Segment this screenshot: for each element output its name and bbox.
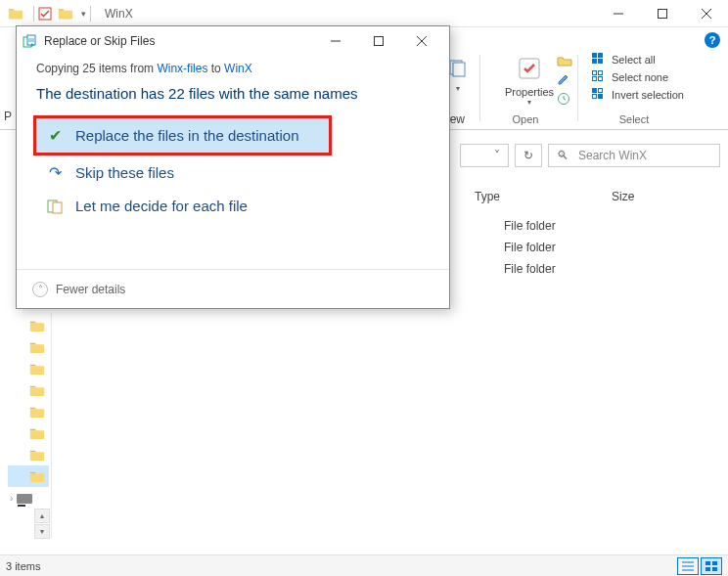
column-header-type[interactable]: Type (475, 186, 612, 207)
scroll-up-icon[interactable]: ▴ (34, 509, 50, 523)
svg-rect-24 (705, 567, 710, 571)
navigation-row: ˅ ↻ 🔍︎ Search WinX (460, 143, 720, 168)
svg-rect-29 (375, 37, 384, 46)
tree-item[interactable] (8, 379, 49, 401)
copying-mid: to (207, 62, 224, 75)
svg-rect-11 (30, 323, 44, 332)
search-placeholder: Search WinX (578, 149, 647, 162)
dialog-heading: The destination has 22 files with the sa… (36, 85, 430, 102)
copy-icon (23, 34, 36, 48)
window-controls (596, 0, 728, 27)
copying-status: Copying 25 items from Winx-files to WinX (36, 62, 430, 75)
properties-button[interactable]: Properties ▾ (501, 51, 558, 109)
svg-rect-22 (705, 561, 710, 565)
dialog-titlebar: Replace or Skip Files (17, 26, 449, 56)
select-none-button[interactable]: Select none (586, 68, 674, 86)
select-all-button[interactable]: Select all (586, 51, 661, 68)
file-row-type[interactable]: File folder (504, 258, 556, 280)
divider-icon (90, 6, 91, 22)
tree-item[interactable]: › (8, 487, 49, 509)
compare-icon (46, 199, 64, 214)
qat-dropdown-icon[interactable]: ▾ (81, 9, 86, 19)
skip-option[interactable]: ↷ Skip these files (36, 155, 430, 190)
svg-rect-33 (53, 202, 62, 213)
titlebar: ▾ WinX (0, 0, 728, 27)
dialog-title: Replace or Skip Files (44, 34, 155, 48)
help-icon[interactable]: ? (705, 32, 720, 48)
chevron-right-icon: › (10, 493, 13, 504)
ribbon-select-group: Select all Select none Invert selection … (578, 51, 698, 125)
file-list: File folder File folder File folder (504, 215, 556, 280)
invert-selection-button[interactable]: Invert selection (586, 86, 690, 104)
tree-item[interactable] (8, 422, 49, 444)
replace-option[interactable]: ✔ Replace the files in the destination (33, 115, 332, 155)
svg-rect-2 (59, 10, 72, 19)
skip-option-label: Skip these files (75, 164, 174, 181)
decide-option[interactable]: Let me decide for each file (36, 190, 430, 222)
open-group-label: Open (480, 113, 570, 125)
qat-checkbox-icon[interactable] (38, 7, 52, 21)
svg-rect-15 (30, 409, 44, 418)
details-view-icon (682, 561, 694, 571)
refresh-icon: ↻ (523, 149, 533, 162)
decide-option-label: Let me decide for each file (75, 198, 248, 214)
tree-item[interactable] (8, 336, 49, 358)
chevron-up-icon[interactable]: ˄ (32, 282, 48, 297)
invert-selection-label: Invert selection (612, 89, 684, 101)
source-link[interactable]: Winx-files (157, 62, 207, 75)
history-button[interactable] (557, 92, 572, 109)
file-row-type[interactable]: File folder (504, 237, 556, 258)
tree-item[interactable] (8, 444, 49, 465)
file-row-type[interactable]: File folder (504, 215, 556, 237)
properties-label: Properties (505, 86, 554, 98)
dialog-minimize-button[interactable] (314, 26, 357, 56)
fewer-details-link[interactable]: Fewer details (56, 283, 125, 296)
svg-rect-17 (30, 452, 44, 461)
address-dropdown[interactable]: ˅ (460, 144, 509, 167)
select-all-label: Select all (612, 54, 656, 66)
svg-rect-12 (30, 344, 44, 353)
search-box[interactable]: 🔍︎ Search WinX (548, 144, 720, 167)
icons-view-button[interactable] (701, 557, 722, 575)
dialog-footer: ˄ Fewer details (17, 269, 449, 308)
maximize-button[interactable] (640, 0, 684, 27)
select-none-label: Select none (612, 71, 668, 83)
svg-rect-23 (712, 561, 717, 565)
details-view-button[interactable] (677, 557, 699, 575)
scroll-down-icon[interactable]: ▾ (34, 524, 50, 539)
folder-icon (8, 7, 23, 21)
chevron-down-icon: ˅ (494, 149, 500, 162)
dialog-close-button[interactable] (400, 26, 443, 56)
icons-view-icon (705, 561, 717, 571)
refresh-button[interactable]: ↻ (515, 144, 542, 167)
status-text: 3 items (6, 560, 40, 572)
search-icon: 🔍︎ (557, 149, 569, 162)
destination-link[interactable]: WinX (224, 62, 252, 75)
tree-item-selected[interactable] (8, 465, 49, 487)
select-group-label: Select (578, 113, 690, 125)
svg-rect-0 (9, 10, 23, 19)
edit-button[interactable] (557, 72, 572, 89)
tree-item[interactable] (8, 315, 49, 336)
folder-icon[interactable] (58, 7, 73, 21)
ribbon-open-group: Properties ▾ Open (480, 51, 578, 125)
svg-rect-18 (30, 473, 44, 482)
check-icon: ✔ (46, 126, 64, 145)
svg-rect-14 (30, 387, 44, 396)
open-button[interactable] (557, 55, 572, 69)
minimize-button[interactable] (596, 0, 640, 27)
invert-selection-icon (592, 88, 606, 102)
skip-icon: ↷ (46, 163, 64, 182)
statusbar: 3 items (0, 554, 728, 576)
tree-divider (51, 313, 52, 538)
tree-item[interactable] (8, 358, 49, 379)
window-title: WinX (105, 7, 133, 21)
replace-skip-dialog: Replace or Skip Files Copying 25 items f… (16, 25, 450, 309)
svg-rect-13 (30, 366, 44, 375)
dialog-maximize-button[interactable] (357, 26, 400, 56)
column-header-size[interactable]: Size (612, 186, 634, 207)
tree-item[interactable] (8, 401, 49, 422)
close-button[interactable] (684, 0, 728, 27)
tree-scrollbar[interactable]: ▴ ▾ (34, 509, 50, 540)
replace-option-label: Replace the files in the destination (75, 127, 298, 144)
